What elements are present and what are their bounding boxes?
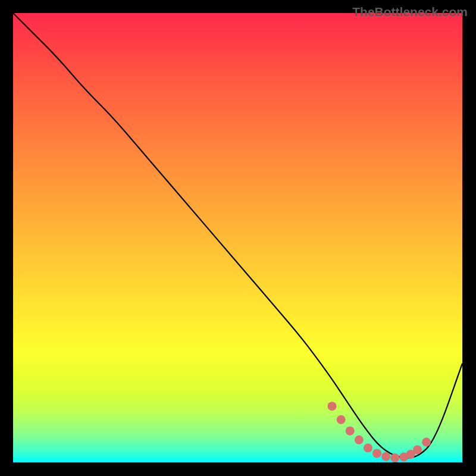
scatter-dot	[413, 445, 422, 454]
plot-area	[13, 13, 462, 462]
scatter-dot	[372, 449, 381, 458]
scatter-dot	[328, 402, 337, 411]
scatter-dot	[346, 427, 355, 436]
scatter-dot	[422, 438, 431, 447]
bottleneck-curve	[13, 13, 462, 458]
scatter-dot	[381, 452, 390, 461]
scatter-dot	[337, 415, 346, 424]
scatter-points	[328, 402, 431, 462]
scatter-dot	[390, 453, 399, 462]
watermark-text: TheBottleneck.com	[352, 5, 468, 19]
scatter-dot	[355, 436, 364, 444]
chart-svg	[13, 13, 462, 462]
scatter-dot	[364, 443, 372, 452]
